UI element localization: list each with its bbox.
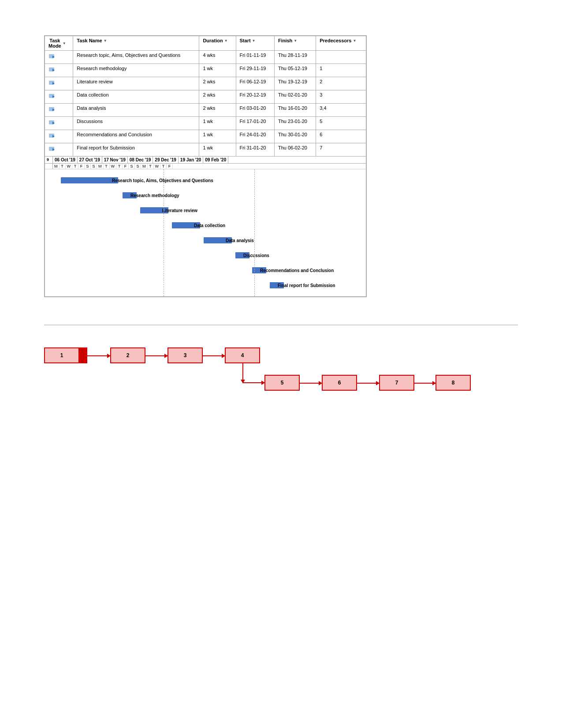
task-mode-icon (48, 145, 56, 154)
nd-box-6: 6 (322, 375, 357, 391)
th-start[interactable]: Start ▼ (236, 36, 274, 51)
gantt-day: T (72, 164, 78, 169)
task-mode-icon (48, 105, 56, 115)
gantt-bar-label: Literature review (162, 208, 197, 213)
task-mode-icon (48, 52, 56, 62)
gantt-day: S (85, 164, 91, 169)
nd-arrow-4-down (242, 363, 243, 383)
duration-cell: 2 wks (199, 77, 236, 90)
start-cell: Fri 01-11-19 (236, 51, 274, 64)
th-duration[interactable]: Duration ▼ (199, 36, 236, 51)
duration-cell: 2 wks (199, 90, 236, 104)
nd-box-2: 2 (110, 347, 145, 363)
gantt-day: T (60, 164, 66, 169)
gantt-day: S (91, 164, 97, 169)
gantt-section: TaskMode ▼ Task Name ▼ Duration ▼ Start … (44, 35, 367, 297)
th-predecessors[interactable]: Predecessors ▼ (316, 36, 366, 51)
period-prefix: 9 (45, 157, 53, 163)
nd-box-1: 1 (44, 347, 79, 363)
nd-box-3: 3 (167, 347, 203, 363)
predecessors-cell: 7 (316, 143, 366, 157)
task-name-cell: Recommendations and Conclusion (73, 130, 199, 143)
network-section: 1 2 3 4 5 6 (44, 325, 518, 409)
gantt-bar-label: Discussions (243, 253, 269, 258)
start-cell: Fri 24-01-20 (236, 130, 274, 143)
task-mode-icon (48, 132, 56, 141)
start-cell: Fri 29-11-19 (236, 64, 274, 77)
gantt-day: T (148, 164, 154, 169)
finish-cell: Thu 05-12-19 (274, 64, 316, 77)
nd-box-5: 5 (264, 375, 300, 391)
duration-cell: 1 wk (199, 143, 236, 157)
network-diagram: 1 2 3 4 5 6 (44, 339, 441, 409)
nd-box-4: 4 (225, 347, 260, 363)
gantt-bar-label: Data collection (194, 223, 225, 228)
finish-cell: Thu 19-12-19 (274, 77, 316, 90)
gantt-bar-label: Recommendations and Conclusion (260, 268, 334, 273)
duration-cell: 2 wks (199, 104, 236, 117)
gantt-bar-row: Research topic, Aims, Objectives and Que… (45, 173, 366, 188)
nd-box-8: 8 (435, 375, 471, 391)
duration-cell: 1 wk (199, 130, 236, 143)
table-row: Recommendations and Conclusion 1 wk Fri … (45, 130, 366, 143)
predecessors-cell (316, 51, 366, 64)
predecessors-cell: 3 (316, 90, 366, 104)
task-name-cell: Literature review (73, 77, 199, 90)
gantt-period: 06 Oct '19 (53, 157, 78, 163)
nd-arrow-2-3 (145, 355, 167, 356)
predecessors-cell: 3,4 (316, 104, 366, 117)
start-cell: Fri 03-01-20 (236, 104, 274, 117)
gantt-day: W (66, 164, 73, 169)
duration-cell: 4 wks (199, 51, 236, 64)
predecessors-cell: 1 (316, 64, 366, 77)
task-mode-cell (45, 64, 73, 77)
task-mode-cell (45, 143, 73, 157)
nd-arrow-3-4 (203, 355, 225, 356)
page-container: TaskMode ▼ Task Name ▼ Duration ▼ Start … (0, 0, 562, 444)
gantt-period: 19 Jan '20 (179, 157, 203, 163)
gantt-bar-label: Final report for Submission (278, 283, 335, 288)
th-task-name[interactable]: Task Name ▼ (73, 36, 199, 51)
gantt-bar-label: Research methodology (130, 193, 179, 198)
th-finish[interactable]: Finish ▼ (274, 36, 316, 51)
nd-arrow-1-2 (87, 355, 110, 356)
gantt-bar-row: Literature review (45, 203, 366, 218)
finish-cell: Thu 02-01-20 (274, 90, 316, 104)
gantt-bar (61, 177, 118, 183)
task-mode-icon (48, 79, 56, 88)
nd-box-1-dark (79, 347, 87, 363)
task-name-cell: Discussions (73, 117, 199, 130)
nd-arrow-6-7 (357, 383, 379, 384)
gantt-bar-row: Research methodology (45, 188, 366, 203)
nd-arrow-5-6 (300, 383, 322, 384)
task-mode-cell (45, 117, 73, 130)
table-row: Data collection 2 wks Fri 20-12-19 Thu 0… (45, 90, 366, 104)
table-row: Data analysis 2 wks Fri 03-01-20 Thu 16-… (45, 104, 366, 117)
start-cell: Fri 20-12-19 (236, 90, 274, 104)
table-row: Discussions 1 wk Fri 17-01-20 Thu 23-01-… (45, 117, 366, 130)
gantt-day: F (78, 164, 85, 169)
nd-arrow-7-8 (414, 383, 435, 384)
gantt-period: 17 Nov '19 (102, 157, 128, 163)
gantt-table: TaskMode ▼ Task Name ▼ Duration ▼ Start … (45, 36, 366, 157)
gantt-period: 29 Dec '19 (153, 157, 179, 163)
th-task-mode[interactable]: TaskMode ▼ (45, 36, 73, 51)
gantt-period: 27 Oct '19 (78, 157, 102, 163)
gantt-chart-area: 9 06 Oct '1927 Oct '1917 Nov '1908 Dec '… (45, 157, 366, 297)
gantt-bar-row: Final report for Submission (45, 278, 366, 293)
table-row: Final report for Submission 1 wk Fri 31-… (45, 143, 366, 157)
predecessors-cell: 5 (316, 117, 366, 130)
table-row: Research topic, Aims, Objectives and Que… (45, 51, 366, 64)
gantt-day: W (154, 164, 161, 169)
gantt-bar-row: Data analysis (45, 233, 366, 248)
nd-arrow-down-to-5 (242, 382, 264, 383)
finish-cell: Thu 28-11-19 (274, 51, 316, 64)
gantt-day: M (97, 164, 104, 169)
gantt-day: F (167, 164, 173, 169)
gantt-day: T (104, 164, 110, 169)
gantt-day: F (123, 164, 129, 169)
gantt-day: T (160, 164, 167, 169)
task-mode-icon (48, 92, 56, 101)
task-mode-icon (48, 66, 56, 75)
gantt-bar-label: Research topic, Aims, Objectives and Que… (112, 178, 213, 183)
